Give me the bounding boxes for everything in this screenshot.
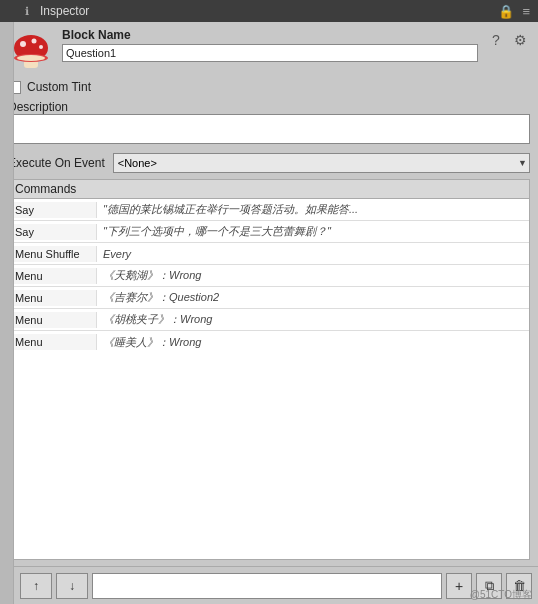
command-type: Say [9,224,97,240]
command-value: "德国的莱比锡城正在举行一项答题活动。如果能答... [97,200,529,219]
table-row: Menu 《吉赛尔》：Question2 [9,287,529,309]
block-name-row: Block Name ? ⚙ [8,28,530,74]
execute-on-event-select[interactable]: <None> [113,153,530,173]
block-name-input[interactable] [62,44,478,62]
execute-on-event-label: Execute On Event [8,156,105,170]
command-value: 《胡桃夹子》：Wrong [97,310,529,329]
menu-icon[interactable]: ≡ [522,4,530,19]
title-bar-controls: 🔒 ≡ [498,4,530,19]
block-name-label: Block Name [62,28,478,42]
command-value: Every [97,246,529,262]
top-right-icons: ? ⚙ [486,28,530,50]
main-content: Block Name ? ⚙ Custom Tint Description E… [0,22,538,566]
watermark: @51CTO博客 [470,588,532,602]
add-button[interactable]: + [446,573,472,599]
table-row: Menu 《睡美人》：Wrong [9,331,529,353]
table-row: Say "德国的莱比锡城正在举行一项答题活动。如果能答... [9,199,529,221]
commands-header: Commands [9,180,529,199]
command-input[interactable] [92,573,442,599]
execute-on-event-select-wrapper: <None> ▼ [113,153,530,173]
command-value: 《吉赛尔》：Question2 [97,288,529,307]
table-row: Menu Shuffle Every [9,243,529,265]
table-row: Say "下列三个选项中，哪一个不是三大芭蕾舞剧？" [9,221,529,243]
svg-point-6 [17,55,45,61]
move-down-button[interactable]: ↓ [56,573,88,599]
command-type: Menu [9,334,97,350]
help-icon[interactable]: ? [486,30,506,50]
title-text: Inspector [40,4,492,18]
description-section: Description [8,98,530,147]
svg-point-3 [39,45,43,49]
command-value: "下列三个选项中，哪一个不是三大芭蕾舞剧？" [97,222,529,241]
description-textarea[interactable] [8,114,530,144]
command-type: Menu [9,312,97,328]
command-type: Menu Shuffle [9,246,97,262]
description-label: Description [8,100,530,114]
settings-icon[interactable]: ⚙ [510,30,530,50]
bottom-toolbar: ↑ ↓ + ⧉ 🗑 [0,566,538,604]
command-value: 《睡美人》：Wrong [97,333,529,352]
table-row: Menu 《胡桃夹子》：Wrong [9,309,529,331]
left-sidebar [0,22,14,604]
table-row: Menu 《天鹅湖》：Wrong [9,265,529,287]
command-value: 《天鹅湖》：Wrong [97,266,529,285]
command-type: Menu [9,290,97,306]
block-name-inputs: Block Name [62,28,478,62]
custom-tint-label: Custom Tint [27,80,91,94]
svg-point-2 [32,39,37,44]
command-type: Menu [9,268,97,284]
lock-icon[interactable]: 🔒 [498,4,514,19]
mushroom-icon [8,28,54,74]
svg-point-1 [20,41,26,47]
move-up-button[interactable]: ↑ [20,573,52,599]
command-type: Say [9,202,97,218]
custom-tint-row: Custom Tint [8,80,530,94]
info-icon: ℹ [20,4,34,18]
commands-list: Say "德国的莱比锡城正在举行一项答题活动。如果能答... Say "下列三个… [9,199,529,559]
execute-on-event-row: Execute On Event <None> ▼ [8,153,530,173]
commands-section: Commands Say "德国的莱比锡城正在举行一项答题活动。如果能答... … [8,179,530,560]
title-bar: ℹ Inspector 🔒 ≡ [0,0,538,22]
